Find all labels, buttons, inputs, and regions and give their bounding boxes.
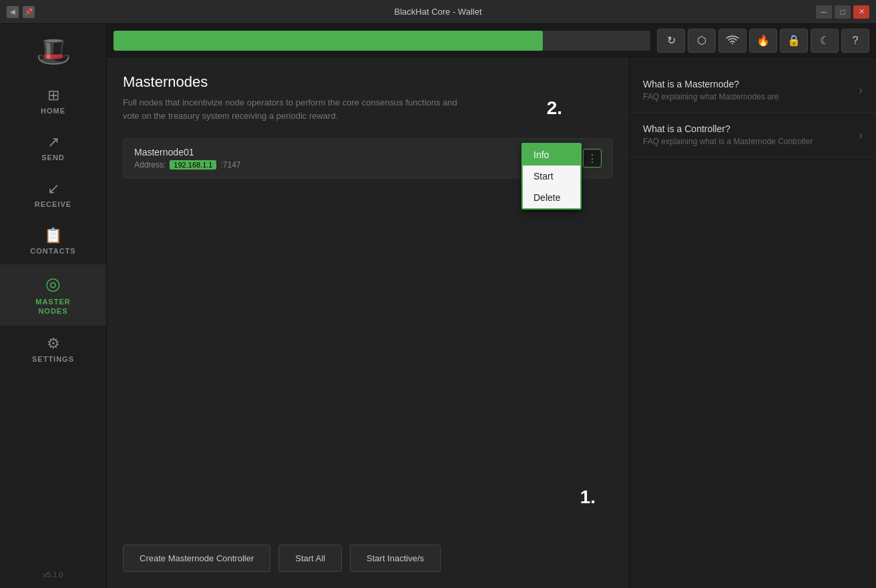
sidebar-logo: 🎩 (33, 31, 73, 71)
home-label: HOME (41, 107, 65, 115)
receive-icon: ↙ (47, 180, 59, 198)
send-icon: ↗ (47, 133, 59, 151)
masternode-menu-button[interactable]: ⋮ (583, 149, 602, 168)
progress-bar-fill (114, 31, 543, 51)
sidebar-item-send[interactable]: ↗ SEND (0, 124, 106, 171)
main-container: 🎩 ⊞ HOME ↗ SEND ↙ RECEIVE 📋 CONTACTS ◎ M… (0, 24, 876, 588)
send-label: SEND (41, 154, 65, 162)
faq-desc-masternode: FAQ explaining what Masternodes are (643, 92, 852, 101)
sidebar-nav: ⊞ HOME ↗ SEND ↙ RECEIVE 📋 CONTACTS ◎ MAS… (0, 77, 106, 564)
step-2-indicator: 2. (547, 97, 562, 119)
sidebar-item-home[interactable]: ⊞ HOME (0, 77, 106, 124)
start-all-button[interactable]: Start All (278, 545, 342, 572)
titlebar-left: ◀ 📌 (7, 6, 35, 18)
gift-button[interactable]: ⬡ (688, 29, 716, 53)
context-menu-info[interactable]: Info (523, 144, 580, 166)
night-button[interactable]: ☾ (811, 29, 839, 53)
bottom-buttons: Create Masternode Controller Start All S… (123, 534, 613, 572)
faq-item-masternode[interactable]: What is a Masternode? FAQ explaining wha… (630, 68, 876, 113)
faq-title-masternode: What is a Masternode? (643, 79, 852, 89)
masternode-name: Masternode01 (134, 147, 561, 158)
sidebar-item-settings[interactable]: ⚙ SETTINGS (0, 326, 106, 372)
faq-item-controller[interactable]: What is a Controller? FAQ explaining wha… (630, 113, 876, 158)
titlebar-icon-2[interactable]: 📌 (23, 6, 35, 18)
progress-bar-container (114, 31, 650, 51)
masternodes-label: MASTERNODES (35, 297, 70, 316)
page-description: Full nodes that incentivize node operato… (123, 96, 470, 122)
step-1-indicator: 1. (580, 487, 596, 508)
address-label: Address: (134, 160, 166, 170)
titlebar-title: BlackHat Core - Wallet (395, 7, 482, 17)
top-bar: ↻ ⬡ 🔥 🔒 ☾ ? (107, 24, 876, 57)
contacts-label: CONTACTS (30, 247, 75, 255)
maximize-button[interactable]: □ (835, 5, 851, 19)
masternode-address: Address: 192.168.1.1 :7147 (134, 160, 561, 170)
contacts-icon: 📋 (44, 227, 62, 244)
settings-label: SETTINGS (32, 355, 74, 363)
create-masternode-button[interactable]: Create Masternode Controller (123, 545, 270, 572)
faq-arrow-masternode: › (859, 83, 863, 97)
left-panel: Masternodes Full nodes that incentivize … (107, 57, 629, 588)
context-menu-delete[interactable]: Delete (523, 187, 580, 208)
faq-title-controller: What is a Controller? (643, 123, 852, 134)
context-menu-start[interactable]: Start (523, 166, 580, 187)
content-area: ↻ ⬡ 🔥 🔒 ☾ ? Masterno (107, 24, 876, 588)
titlebar-controls: ─ □ ✕ (816, 5, 869, 19)
faq-content-controller: What is a Controller? FAQ explaining wha… (643, 123, 852, 146)
help-button[interactable]: ? (841, 29, 869, 53)
titlebar: ◀ 📌 BlackHat Core - Wallet ─ □ ✕ (0, 0, 876, 24)
toolbar-icons: ↻ ⬡ 🔥 🔒 ☾ ? (657, 29, 869, 53)
sidebar: 🎩 ⊞ HOME ↗ SEND ↙ RECEIVE 📋 CONTACTS ◎ M… (0, 24, 107, 588)
fire-button[interactable]: 🔥 (749, 29, 777, 53)
refresh-button[interactable]: ↻ (657, 29, 685, 53)
receive-label: RECEIVE (35, 200, 71, 208)
lock-button[interactable]: 🔒 (780, 29, 808, 53)
address-value: 192.168.1.1 (170, 160, 216, 170)
faq-arrow-controller: › (859, 128, 863, 142)
sidebar-item-receive[interactable]: ↙ RECEIVE (0, 171, 106, 218)
wifi-button[interactable] (718, 29, 746, 53)
faq-desc-controller: FAQ explaining what is a Masternode Cont… (643, 137, 852, 146)
minimize-button[interactable]: ─ (816, 5, 832, 19)
sidebar-item-masternodes[interactable]: ◎ MASTERNODES (0, 264, 106, 326)
sidebar-item-contacts[interactable]: 📋 CONTACTS (0, 218, 106, 264)
masternodes-icon: ◎ (45, 274, 61, 294)
close-button[interactable]: ✕ (853, 5, 869, 19)
home-icon: ⊞ (47, 87, 59, 104)
right-panel: What is a Masternode? FAQ explaining wha… (629, 57, 876, 588)
titlebar-icon-1[interactable]: ◀ (7, 6, 19, 18)
content-split: Masternodes Full nodes that incentivize … (107, 57, 876, 588)
context-menu: Info Start Delete (521, 143, 582, 210)
masternode-item: Masternode01 Address: 192.168.1.1 :7147 … (123, 138, 613, 178)
start-inactive-button[interactable]: Start Inactive/s (350, 545, 441, 572)
version-label: v5.1.0 (43, 564, 63, 588)
masternode-list: Masternode01 Address: 192.168.1.1 :7147 … (123, 138, 613, 534)
masternode-info: Masternode01 Address: 192.168.1.1 :7147 (134, 147, 561, 170)
address-port: :7147 (220, 160, 240, 170)
faq-content-masternode: What is a Masternode? FAQ explaining wha… (643, 79, 852, 101)
settings-icon: ⚙ (47, 335, 60, 352)
logo-icon: 🎩 (36, 35, 71, 67)
page-title: Masternodes (123, 73, 613, 91)
